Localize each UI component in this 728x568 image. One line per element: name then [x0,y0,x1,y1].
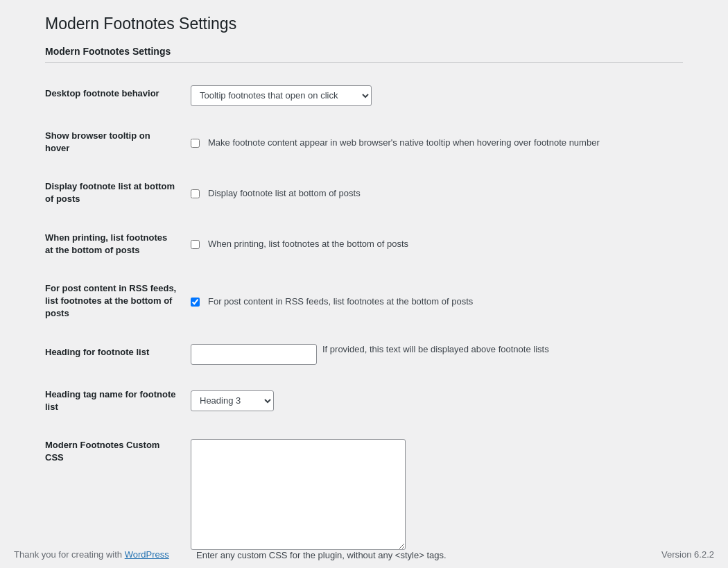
heading-tag-select[interactable]: Heading 1 Heading 2 Heading 3 Heading 4 … [191,390,274,411]
page-title: Modern Footnotes Settings [45,14,683,35]
printing-label: When printing, list footnotes at the bot… [45,232,167,255]
custom-css-textarea[interactable] [191,439,406,550]
rss-label: For post content in RSS feeds, list foot… [45,283,176,318]
desktop-behavior-select[interactable]: Tooltip footnotes that open on click Too… [191,85,372,106]
custom-css-textarea-wrap: Enter any custom CSS for the plugin, wit… [191,439,447,560]
display-footnote-label: Display footnote list at bottom of posts [45,181,175,204]
settings-form: Desktop footnote behavior Tooltip footno… [45,74,683,568]
heading-text-label: Heading for footnote list [45,347,149,357]
heading-tag-label: Heading tag name for footnote list [45,389,176,412]
heading-text-desc: If provided, this text will be displayed… [322,344,549,354]
heading-text-input[interactable] [191,344,317,365]
footer: Thank you for creating with WordPress Ve… [0,549,728,560]
browser-tooltip-checkbox-label: Make footnote content appear in web brow… [191,137,676,148]
display-footnote-text: Display footnote list at bottom of posts [208,188,361,198]
rss-checkbox-label: For post content in RSS feeds, list foot… [191,296,676,307]
rss-text: For post content in RSS feeds, list foot… [208,296,473,307]
custom-css-row: Enter any custom CSS for the plugin, wit… [191,439,676,560]
wordpress-link[interactable]: WordPress [125,549,169,560]
footer-version: Version 6.2.2 [661,549,714,560]
heading-text-field-row: If provided, this text will be displayed… [191,344,676,365]
printing-text: When printing, list footnotes at the bot… [208,239,408,249]
printing-checkbox[interactable] [191,240,200,249]
desktop-behavior-label: Desktop footnote behavior [45,88,159,98]
browser-tooltip-text: Make footnote content appear in web brow… [208,137,600,148]
printing-checkbox-label: When printing, list footnotes at the bot… [191,239,676,249]
footer-thank-you: Thank you for creating with WordPress [14,549,169,560]
section-title: Modern Footnotes Settings [45,46,683,63]
browser-tooltip-checkbox[interactable] [191,139,200,148]
browser-tooltip-label: Show browser tooltip on hover [45,130,150,153]
display-footnote-checkbox[interactable] [191,189,200,198]
rss-checkbox[interactable] [191,298,200,307]
custom-css-label: Modern Footnotes Custom CSS [45,440,159,463]
display-footnote-checkbox-label: Display footnote list at bottom of posts [191,188,676,198]
